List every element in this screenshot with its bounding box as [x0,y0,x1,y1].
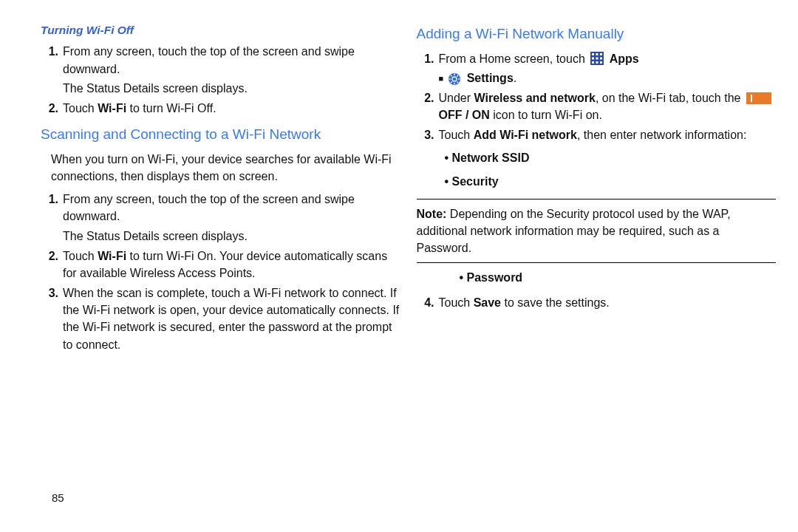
text-bold: Wireless and network [474,92,596,104]
list-turning-off: 1. From any screen, touch the top of the… [41,43,400,117]
svg-rect-5 [596,57,598,59]
heading-scanning: Scanning and Connecting to a Wi-Fi Netwo… [41,124,400,145]
text: The Status Details screen displays. [63,228,400,245]
text: to turn Wi-Fi Off. [126,102,216,115]
svg-rect-8 [596,61,598,64]
note-label: Note: [417,208,447,220]
list-item: 3. Touch Add Wi-Fi network, then enter n… [417,126,777,193]
svg-rect-6 [600,57,602,59]
text: The Status Details screen displays. [63,80,400,97]
svg-rect-21 [751,95,752,102]
text-bold: Save [474,296,501,309]
list-body: Under Wireless and network, on the Wi-Fi… [439,89,777,123]
list-number: 1. [41,43,58,97]
list-item: 3. When the scan is complete, touch a Wi… [41,284,400,353]
list-number: 2. [417,89,434,123]
note-block: Note: Depending on the Security protocol… [417,205,777,257]
list-number: 3. [41,284,58,353]
divider [417,262,777,263]
text-bold: OFF / ON [439,109,490,121]
text: Touch [439,129,474,141]
list-number: 1. [41,191,58,245]
list-item: 1. From any screen, touch the top of the… [41,191,400,245]
note-text: Depending on the Security protocol used … [417,208,731,254]
list-number: 4. [417,294,434,311]
svg-rect-2 [596,53,598,55]
text-bold: Apps [610,52,639,65]
text-bold: Wi-Fi [98,250,126,262]
text: Touch [439,296,474,309]
list-body: From any screen, touch the top of the sc… [63,191,400,245]
text-bold: Add Wi-Fi network [474,129,577,141]
right-column: Adding a Wi-Fi Network Manually 1. From … [417,22,777,356]
divider [417,199,777,200]
svg-rect-3 [600,53,602,55]
bullet-ssid: Network SSID [445,149,777,166]
text-bold: Wi-Fi [98,102,126,115]
list-number: 2. [41,100,58,117]
list-body: When the scan is complete, touch a Wi-Fi… [63,284,400,353]
list-item: 2. Under Wireless and network, on the Wi… [417,89,777,123]
text: , then enter network information: [577,129,746,141]
svg-rect-1 [592,53,594,55]
svg-rect-20 [746,92,771,104]
text: to save the settings. [501,296,610,309]
text: Touch [63,102,98,115]
list-number: 3. [417,126,434,193]
sub-settings: Settings. [439,69,777,86]
svg-rect-7 [592,61,594,64]
heading-adding-manually: Adding a Wi-Fi Network Manually [417,24,777,44]
text-bold: Settings [467,72,514,84]
text: From any screen, touch the top of the sc… [63,45,355,75]
svg-rect-4 [592,57,594,59]
onoff-toggle-icon [746,92,771,104]
page-number: 85 [52,491,64,504]
list-body: From a Home screen, touch Apps Settings. [439,50,777,86]
list-body: Touch Wi-Fi to turn Wi-Fi On. Your devic… [63,248,400,282]
text: icon to turn Wi-Fi on. [490,109,602,121]
text: When the scan is complete, touch a Wi-Fi… [63,287,399,351]
list-number: 2. [41,248,58,282]
list-item: 1. From a Home screen, touch Apps Settin… [417,50,777,86]
list-body: Touch Save to save the settings. [439,294,777,311]
list-adding-cont: 4. Touch Save to save the settings. [417,294,777,311]
list-adding: 1. From a Home screen, touch Apps Settin… [417,50,777,193]
text: Under [439,92,474,104]
list-scanning: 1. From any screen, touch the top of the… [41,191,400,353]
left-column: Turning Wi-Fi Off 1. From any screen, to… [41,22,400,356]
text: From any screen, touch the top of the sc… [63,193,355,222]
list-body: From any screen, touch the top of the sc… [63,43,400,97]
bullet-password: Password [460,269,777,286]
intro-text: When you turn on Wi-Fi, your device sear… [51,151,400,185]
text: From a Home screen, touch [439,52,589,65]
text: Touch [63,250,98,262]
list-item: 1. From any screen, touch the top of the… [41,43,400,97]
apps-grid-icon [590,52,604,65]
list-item: 4. Touch Save to save the settings. [417,294,777,311]
text: , on the Wi-Fi tab, touch the [596,92,744,104]
bullet-security: Security [445,173,777,190]
list-number: 1. [417,50,434,86]
list-body: Touch Add Wi-Fi network, then enter netw… [439,126,777,193]
heading-turning-wifi-off: Turning Wi-Fi Off [41,22,400,38]
list-item: 2. Touch Wi-Fi to turn Wi-Fi Off. [41,100,400,117]
list-item: 2. Touch Wi-Fi to turn Wi-Fi On. Your de… [41,248,400,282]
svg-rect-9 [600,61,602,64]
list-body: Touch Wi-Fi to turn Wi-Fi Off. [63,100,400,117]
settings-gear-icon [448,72,461,86]
